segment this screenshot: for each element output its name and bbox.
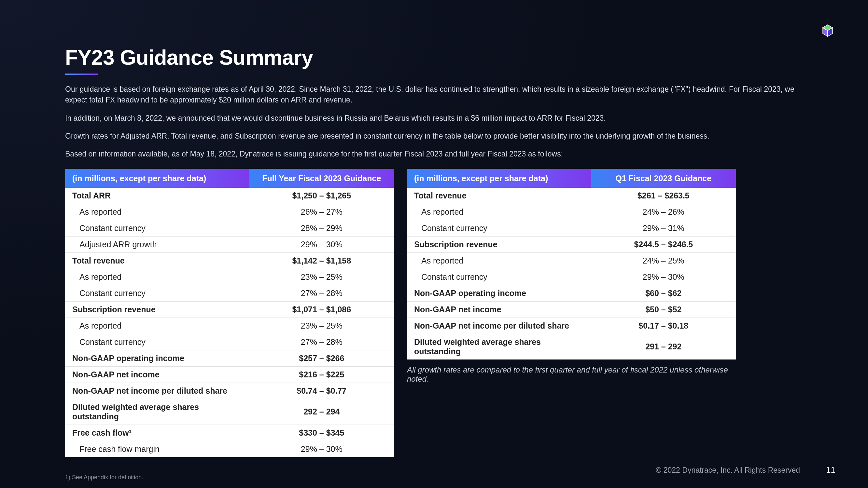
- row-value: $257 – $266: [249, 350, 394, 366]
- row-label: Non-GAAP net income: [65, 366, 249, 383]
- row-value: $1,250 – $1,265: [249, 188, 394, 204]
- table-header-row: (in millions, except per share data) Ful…: [65, 169, 394, 188]
- row-value: $50 – $52: [591, 301, 736, 318]
- title-underline: [65, 73, 98, 75]
- full-year-table: (in millions, except per share data) Ful…: [65, 169, 394, 457]
- table-row: Subscription revenue$244.5 – $246.5: [407, 236, 736, 253]
- row-label: Subscription revenue: [407, 236, 591, 253]
- growth-note: All growth rates are compared to the fir…: [407, 365, 736, 384]
- row-value: 27% – 28%: [249, 285, 394, 301]
- page-number: 11: [826, 465, 835, 475]
- row-label: Total revenue: [407, 188, 591, 204]
- row-label: Free cash flow margin: [65, 441, 249, 457]
- row-label: Non-GAAP net income per diluted share: [407, 318, 591, 334]
- row-value: 29% – 31%: [591, 220, 736, 236]
- row-value: $244.5 – $246.5: [591, 236, 736, 253]
- intro-p4: Based on information available, as of Ma…: [65, 149, 803, 159]
- table-header-row: (in millions, except per share data) Q1 …: [407, 169, 736, 188]
- row-value: $330 – $345: [249, 425, 394, 441]
- table-row: Non-GAAP net income$50 – $52: [407, 301, 736, 318]
- q1-table: (in millions, except per share data) Q1 …: [407, 169, 736, 359]
- q1-table-block: (in millions, except per share data) Q1 …: [407, 169, 736, 457]
- row-label: As reported: [65, 318, 249, 334]
- table-row: Non-GAAP net income per diluted share$0.…: [65, 383, 394, 399]
- row-value: 292 – 294: [249, 399, 394, 425]
- row-label: Total revenue: [65, 253, 249, 269]
- table-row: Constant currency27% – 28%: [65, 285, 394, 301]
- row-value: $1,142 – $1,158: [249, 253, 394, 269]
- table-row: Total revenue$1,142 – $1,158: [65, 253, 394, 269]
- row-label: As reported: [65, 269, 249, 285]
- row-label: As reported: [407, 204, 591, 220]
- row-label: Constant currency: [407, 269, 591, 285]
- table-row: Non-GAAP net income$216 – $225: [65, 366, 394, 383]
- row-value: 26% – 27%: [249, 204, 394, 220]
- table-row: Free cash flow margin29% – 30%: [65, 441, 394, 457]
- table-row: Free cash flow¹$330 – $345: [65, 425, 394, 441]
- row-value: $0.74 – $0.77: [249, 383, 394, 399]
- table-row: Non-GAAP operating income$257 – $266: [65, 350, 394, 366]
- row-label: Non-GAAP operating income: [65, 350, 249, 366]
- row-label: Diluted weighted average shares outstand…: [407, 334, 591, 359]
- row-label: Constant currency: [65, 285, 249, 301]
- table-header-left: (in millions, except per share data): [65, 169, 249, 188]
- table-row: As reported24% – 25%: [407, 253, 736, 269]
- row-value: 27% – 28%: [249, 334, 394, 350]
- table-header-right: Full Year Fiscal 2023 Guidance: [249, 169, 394, 188]
- intro-p2: In addition, on March 8, 2022, we announ…: [65, 113, 803, 124]
- row-label: Non-GAAP net income per diluted share: [65, 383, 249, 399]
- intro-p3: Growth rates for Adjusted ARR, Total rev…: [65, 131, 803, 141]
- table-row: Constant currency29% – 30%: [407, 269, 736, 285]
- row-value: 29% – 30%: [249, 236, 394, 253]
- row-value: $0.17 – $0.18: [591, 318, 736, 334]
- row-label: Subscription revenue: [65, 301, 249, 318]
- row-label: Non-GAAP operating income: [407, 285, 591, 301]
- row-value: 24% – 25%: [591, 253, 736, 269]
- table-row: As reported24% – 26%: [407, 204, 736, 220]
- table-row: As reported26% – 27%: [65, 204, 394, 220]
- table-row: Diluted weighted average shares outstand…: [65, 399, 394, 425]
- table-row: Constant currency29% – 31%: [407, 220, 736, 236]
- intro-block: Our guidance is based on foreign exchang…: [65, 84, 803, 160]
- appendix-footnote: 1) See Appendix for definition.: [65, 474, 143, 481]
- table-header-right: Q1 Fiscal 2023 Guidance: [591, 169, 736, 188]
- row-label: As reported: [407, 253, 591, 269]
- row-label: Free cash flow¹: [65, 425, 249, 441]
- table-row: Subscription revenue$1,071 – $1,086: [65, 301, 394, 318]
- company-logo-icon: [820, 23, 835, 38]
- table-row: Adjusted ARR growth29% – 30%: [65, 236, 394, 253]
- page-title: FY23 Guidance Summary: [65, 45, 803, 70]
- row-value: $60 – $62: [591, 285, 736, 301]
- row-label: Total ARR: [65, 188, 249, 204]
- table-row: Total ARR$1,250 – $1,265: [65, 188, 394, 204]
- row-label: Adjusted ARR growth: [65, 236, 249, 253]
- table-row: Constant currency28% – 29%: [65, 220, 394, 236]
- row-value: 24% – 26%: [591, 204, 736, 220]
- row-value: 291 – 292: [591, 334, 736, 359]
- row-label: Non-GAAP net income: [407, 301, 591, 318]
- row-value: 28% – 29%: [249, 220, 394, 236]
- row-value: 29% – 30%: [249, 441, 394, 457]
- row-label: As reported: [65, 204, 249, 220]
- table-row: Total revenue$261 – $263.5: [407, 188, 736, 204]
- intro-p1: Our guidance is based on foreign exchang…: [65, 84, 803, 106]
- table-row: Non-GAAP operating income$60 – $62: [407, 285, 736, 301]
- row-label: Constant currency: [65, 220, 249, 236]
- row-value: $261 – $263.5: [591, 188, 736, 204]
- row-label: Constant currency: [407, 220, 591, 236]
- table-row: As reported23% – 25%: [65, 269, 394, 285]
- row-value: $1,071 – $1,086: [249, 301, 394, 318]
- row-value: 29% – 30%: [591, 269, 736, 285]
- row-value: $216 – $225: [249, 366, 394, 383]
- copyright-text: © 2022 Dynatrace, Inc. All Rights Reserv…: [656, 466, 800, 475]
- table-row: Diluted weighted average shares outstand…: [407, 334, 736, 359]
- table-row: Constant currency27% – 28%: [65, 334, 394, 350]
- row-value: 23% – 25%: [249, 269, 394, 285]
- row-value: 23% – 25%: [249, 318, 394, 334]
- table-header-left: (in millions, except per share data): [407, 169, 591, 188]
- table-row: Non-GAAP net income per diluted share$0.…: [407, 318, 736, 334]
- row-label: Constant currency: [65, 334, 249, 350]
- full-year-table-block: (in millions, except per share data) Ful…: [65, 169, 394, 457]
- row-label: Diluted weighted average shares outstand…: [65, 399, 249, 425]
- table-row: As reported23% – 25%: [65, 318, 394, 334]
